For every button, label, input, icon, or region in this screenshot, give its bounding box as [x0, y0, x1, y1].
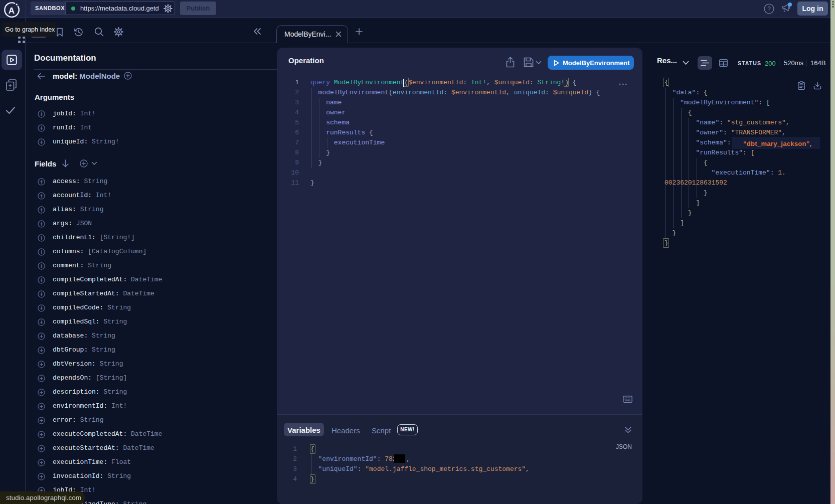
svg-text:?: ?	[767, 6, 771, 13]
svg-text:A: A	[9, 6, 15, 16]
